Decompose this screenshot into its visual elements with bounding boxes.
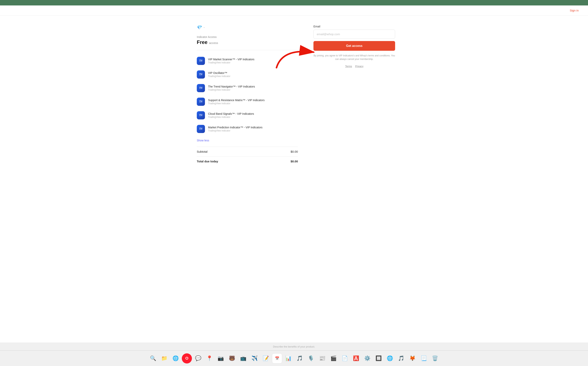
tv-logo-1: TV [199,73,203,76]
indicator-icon-1: TV [197,70,205,79]
dock-icon-opera[interactable]: O [182,353,192,364]
dock-icon-trash[interactable]: 🗑️ [430,353,440,364]
total-value: $0.00 [291,160,298,163]
indicator-item: TV Cloud Band Signals™ - VIP Indicators … [197,108,298,122]
indicator-name-1: VIP Oscillator™ [208,71,230,75]
privacy-link[interactable]: Privacy [355,65,363,68]
indicator-item: TV Market Prediction Indicator™ - VIP In… [197,122,298,136]
indicator-name-5: Market Prediction Indicator™ - VIP Indic… [208,126,263,129]
dock-icon-qreate[interactable]: 🔲 [374,353,384,364]
dock-icon-notes[interactable]: 📝 [261,353,271,364]
dock-icon-finder[interactable]: 🔍 [148,353,158,364]
indicator-icon-4: TV [197,111,205,119]
dock-icon-maps[interactable]: 📍 [204,353,214,364]
main-content: 💎 - Indicator Access Free access TV VIP … [177,15,411,343]
indicator-name-3: Support & Resistance Matrix™ - VIP Indic… [208,99,265,102]
indicator-icon-2: TV [197,84,205,92]
bottom-hint: Describe the benefits of your product. [273,345,315,348]
indicator-info-3: Support & Resistance Matrix™ - VIP Indic… [208,99,265,105]
terms-link[interactable]: Terms [345,65,352,68]
indicator-type-5: TradingView indicator [208,129,263,132]
dock-icon-calendar[interactable]: 📅 [272,353,282,364]
indicator-type-2: TradingView indicator [208,89,255,91]
email-label: Email [313,25,395,28]
indicator-item: TV VIP Market Scanner™ - VIP Indicators … [197,54,298,68]
tv-logo-5: TV [199,127,203,130]
indicator-item: TV VIP Oscillator™ TradingView indicator [197,68,298,81]
top-divider [197,50,298,50]
left-panel: 💎 - Indicator Access Free access TV VIP … [197,25,298,331]
logo-area: 💎 - [197,25,298,30]
indicator-access-label: Indicator Access [197,35,298,38]
indicator-info-2: The Trend Navigator™ - VIP Indicators Tr… [208,85,255,91]
dock-icon-spotify[interactable]: 🎵 [396,353,406,364]
indicator-info-0: VIP Market Scanner™ - VIP Indicators Tra… [208,58,254,64]
top-bar [0,0,588,5]
indicator-item: TV Support & Resistance Matrix™ - VIP In… [197,95,298,108]
total-row: Total due today $0.00 [197,156,298,166]
indicator-type-0: TradingView indicator [208,61,254,64]
indicator-icon-5: TV [197,125,205,133]
dock-icon-numbers[interactable]: 📊 [283,353,294,364]
indicator-icon-0: TV [197,57,205,65]
dock-icon-firefox[interactable]: 🦊 [407,353,417,364]
tv-logo-2: TV [199,87,203,90]
indicator-info-1: VIP Oscillator™ TradingView indicator [208,71,230,78]
right-panel: Email Get access By joining, you agree t… [313,25,395,331]
indicator-type-1: TradingView indicator [208,75,230,78]
subtotal-row: Subtotal $0.00 [197,147,298,156]
subtotal-label: Subtotal [197,150,207,153]
dock-icon-safari[interactable]: 🌐 [171,353,181,364]
dock-icon-appletv[interactable]: 📺 [238,353,248,364]
dock-icon-appstore[interactable]: 🅰️ [351,353,361,364]
dock: 🔍 📁 🌐 O 💬 📍 📷 🐻 📺 ✈️ 📝 📅 📊 🎵 🎙️ 📰 🎬 📄 🅰️… [0,351,588,366]
indicator-type-4: TradingView indicator [208,116,254,118]
indicator-type-3: TradingView indicator [208,102,265,105]
dock-icon-pages[interactable]: 📄 [340,353,350,364]
email-input[interactable] [313,30,395,39]
subtotal-value: $0.00 [291,150,298,153]
indicator-info-4: Cloud Band Signals™ - VIP Indicators Tra… [208,112,254,118]
indicator-icon-3: TV [197,98,205,106]
show-less-button[interactable]: Show less [197,136,209,144]
dock-icon-textedit[interactable]: 📃 [419,353,429,364]
dock-icon-photos[interactable]: 📷 [216,353,226,364]
indicator-list: TV VIP Market Scanner™ - VIP Indicators … [197,54,298,136]
dock-icon-bear[interactable]: 🐻 [227,353,237,364]
sign-in-link[interactable]: Sign in [570,9,579,12]
indicator-name-4: Cloud Band Signals™ - VIP Indicators [208,112,254,115]
dock-icon-launchpad[interactable]: 📁 [159,353,169,364]
indicator-name-0: VIP Market Scanner™ - VIP Indicators [208,58,254,61]
bottom-bar: Describe the benefits of your product. [0,343,588,351]
header: Sign in [0,5,588,15]
total-label: Total due today [197,160,218,163]
dock-icon-messages[interactable]: 💬 [193,353,203,364]
tv-logo-0: TV [199,59,203,62]
tv-logo-3: TV [199,100,203,103]
dock-icon-news[interactable]: 📰 [317,353,327,364]
dock-icon-music[interactable]: 🎵 [294,353,305,364]
access-text: access [209,41,218,45]
terms-notice: By joining, you agree to VIP Indicators'… [313,54,395,61]
links-row: Terms Privacy [313,65,395,68]
dock-icon-systemprefs[interactable]: ⚙️ [362,353,372,364]
free-label: Free [197,39,207,45]
tv-logo-4: TV [199,114,203,117]
indicator-item: TV The Trend Navigator™ - VIP Indicators… [197,81,298,95]
dock-icon-chrome[interactable]: 🌐 [385,353,395,364]
dock-icon-podcasts[interactable]: 🎙️ [306,353,316,364]
dock-icon-telegram[interactable]: ✈️ [249,353,260,364]
get-access-button[interactable]: Get access [313,41,395,51]
summary-section: Subtotal $0.00 Total due today $0.00 [197,147,298,166]
indicator-info-5: Market Prediction Indicator™ - VIP Indic… [208,126,263,132]
logo-dash: - [204,26,204,29]
indicator-name-2: The Trend Navigator™ - VIP Indicators [208,85,255,88]
diamond-icon: 💎 [197,25,202,30]
dock-icon-keynote[interactable]: 🎬 [328,353,339,364]
free-access-row: Free access [197,39,298,45]
